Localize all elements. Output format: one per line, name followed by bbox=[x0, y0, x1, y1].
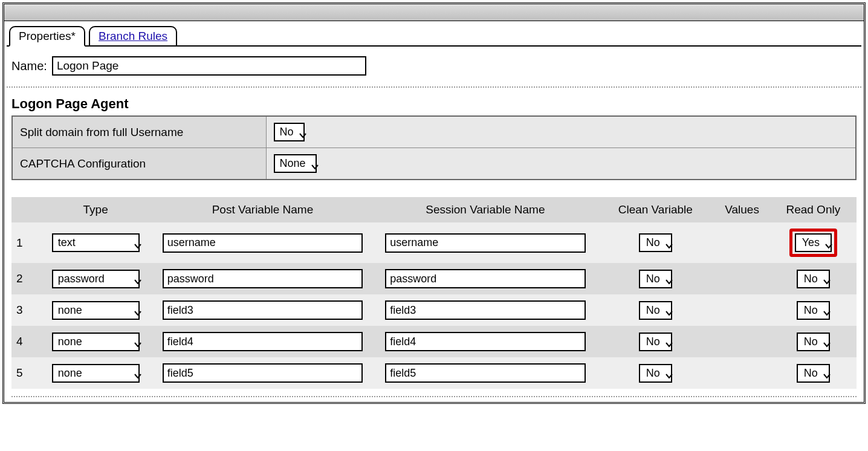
readonly-select[interactable]: Yes bbox=[795, 233, 832, 252]
session-cell bbox=[374, 326, 597, 357]
row-gap bbox=[27, 326, 40, 357]
readonly-select[interactable]: No bbox=[797, 333, 830, 351]
type-value: text bbox=[58, 236, 76, 249]
readonly-select[interactable]: No bbox=[797, 270, 830, 288]
grid-row: 1textNoYes bbox=[11, 222, 857, 263]
grid-header-post: Post Variable Name bbox=[151, 197, 374, 222]
session-variable-input[interactable] bbox=[385, 269, 585, 288]
values-cell bbox=[714, 263, 770, 294]
post-variable-input[interactable] bbox=[163, 300, 363, 320]
captcha-cell: None bbox=[266, 148, 856, 180]
name-input[interactable] bbox=[52, 56, 366, 76]
post-cell bbox=[151, 222, 374, 263]
row-gap bbox=[27, 222, 40, 263]
clean-variable-value: No bbox=[646, 336, 660, 348]
grid-header-readonly: Read Only bbox=[770, 197, 857, 222]
post-cell bbox=[151, 263, 374, 294]
tab-branch-rules-label: Branch Rules bbox=[99, 30, 167, 42]
post-variable-input[interactable] bbox=[163, 332, 363, 351]
post-variable-input[interactable] bbox=[163, 269, 363, 288]
split-domain-label: Split domain from full Username bbox=[12, 116, 266, 148]
type-value: none bbox=[58, 336, 82, 348]
values-cell bbox=[714, 294, 770, 326]
readonly-cell: Yes bbox=[770, 222, 857, 263]
row-number: 5 bbox=[11, 357, 27, 389]
readonly-cell: No bbox=[770, 294, 857, 326]
tabs-row: Properties* Branch Rules bbox=[7, 26, 861, 47]
tab-branch-rules-link[interactable]: Branch Rules bbox=[99, 30, 167, 42]
fields-grid-wrap: Type Post Variable Name Session Variable… bbox=[11, 197, 857, 397]
post-variable-input[interactable] bbox=[163, 363, 363, 383]
clean-cell: No bbox=[597, 294, 714, 326]
grid-header-row: Type Post Variable Name Session Variable… bbox=[11, 197, 857, 222]
name-row: Name: bbox=[7, 47, 861, 88]
type-cell: password bbox=[40, 263, 151, 294]
readonly-cell: No bbox=[770, 357, 857, 389]
row-number: 2 bbox=[11, 263, 27, 294]
row-gap bbox=[27, 263, 40, 294]
post-variable-input[interactable] bbox=[163, 233, 363, 253]
clean-variable-select[interactable]: No bbox=[639, 333, 672, 351]
captcha-select[interactable]: None bbox=[274, 154, 317, 173]
post-cell bbox=[151, 326, 374, 357]
type-value: none bbox=[58, 367, 82, 380]
type-select[interactable]: password bbox=[52, 270, 140, 288]
clean-variable-select[interactable]: No bbox=[639, 301, 672, 320]
type-select[interactable]: none bbox=[52, 301, 140, 320]
clean-cell: No bbox=[597, 222, 714, 263]
type-select[interactable]: text bbox=[52, 233, 140, 252]
config-table: Split domain from full Username No CAPTC… bbox=[11, 115, 857, 180]
grid-header-blank1 bbox=[11, 197, 27, 222]
tab-properties[interactable]: Properties* bbox=[9, 26, 85, 47]
type-value: password bbox=[58, 273, 105, 285]
session-variable-input[interactable] bbox=[385, 233, 585, 253]
clean-cell: No bbox=[597, 263, 714, 294]
split-domain-cell: No bbox=[266, 116, 856, 148]
session-cell bbox=[374, 294, 597, 326]
clean-variable-select[interactable]: No bbox=[639, 233, 672, 252]
session-cell bbox=[374, 222, 597, 263]
values-cell bbox=[714, 357, 770, 389]
values-cell bbox=[714, 326, 770, 357]
post-cell bbox=[151, 294, 374, 326]
tab-branch-rules[interactable]: Branch Rules bbox=[89, 26, 177, 45]
session-cell bbox=[374, 357, 597, 389]
readonly-value: No bbox=[804, 304, 818, 317]
clean-variable-value: No bbox=[646, 236, 660, 249]
readonly-select[interactable]: No bbox=[797, 301, 830, 320]
captcha-label: CAPTCHA Configuration bbox=[12, 148, 266, 180]
grid-header-session: Session Variable Name bbox=[374, 197, 597, 222]
type-cell: none bbox=[40, 357, 151, 389]
grid-row: 3noneNoNo bbox=[11, 294, 857, 326]
titlebar bbox=[4, 4, 864, 21]
type-select[interactable]: none bbox=[52, 364, 140, 383]
split-domain-value: No bbox=[280, 126, 294, 138]
readonly-cell: No bbox=[770, 263, 857, 294]
type-select[interactable]: none bbox=[52, 333, 140, 351]
split-domain-select[interactable]: No bbox=[274, 123, 305, 141]
clean-cell: No bbox=[597, 326, 714, 357]
readonly-value: No bbox=[804, 336, 818, 348]
session-variable-input[interactable] bbox=[385, 363, 585, 383]
clean-variable-value: No bbox=[646, 304, 660, 317]
session-variable-input[interactable] bbox=[385, 332, 585, 351]
session-variable-input[interactable] bbox=[385, 300, 585, 320]
clean-variable-select[interactable]: No bbox=[639, 364, 672, 383]
type-value: none bbox=[58, 304, 82, 317]
readonly-highlight: Yes bbox=[789, 229, 837, 257]
row-number: 3 bbox=[11, 294, 27, 326]
readonly-cell: No bbox=[770, 326, 857, 357]
fields-grid: Type Post Variable Name Session Variable… bbox=[11, 197, 857, 389]
readonly-select[interactable]: No bbox=[797, 364, 830, 383]
clean-variable-select[interactable]: No bbox=[639, 270, 672, 288]
tab-properties-label: Properties* bbox=[19, 30, 76, 42]
captcha-value: None bbox=[280, 157, 306, 170]
session-cell bbox=[374, 263, 597, 294]
grid-header-blank2 bbox=[27, 197, 40, 222]
row-gap bbox=[27, 294, 40, 326]
section-title: Logon Page Agent bbox=[7, 88, 861, 115]
window: Properties* Branch Rules Name: Logon Pag… bbox=[2, 2, 866, 404]
clean-cell: No bbox=[597, 357, 714, 389]
post-cell bbox=[151, 357, 374, 389]
type-cell: none bbox=[40, 326, 151, 357]
